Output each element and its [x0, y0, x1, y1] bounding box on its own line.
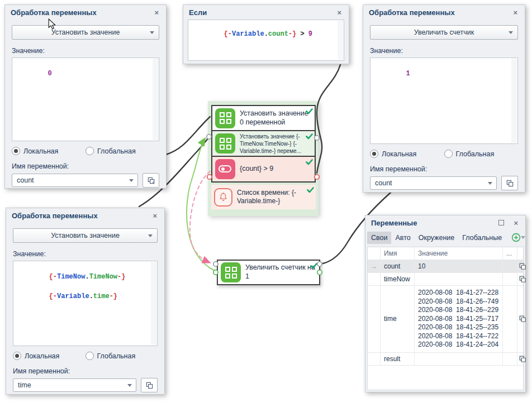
cell-more: [503, 286, 517, 352]
scrollbar-track[interactable]: [153, 59, 158, 140]
cell-name: count: [381, 260, 415, 272]
radio-button-icon: [370, 150, 378, 158]
panel-variables: Переменные × Свои Авто Окружение Глобаль…: [365, 215, 526, 392]
scope-radio-group: Локальная Глобальная: [370, 150, 518, 158]
scope-radio-group: Локальная Глобальная: [12, 147, 159, 155]
block-label: Установить значение {-TimeNow.TimeNow-} …: [240, 133, 312, 155]
tab-auto[interactable]: Авто: [391, 232, 414, 244]
panel-title: Обработка переменных: [11, 8, 97, 17]
radio-button-icon: [12, 147, 20, 155]
copy-button[interactable]: [141, 378, 158, 392]
close-icon[interactable]: ×: [511, 8, 519, 17]
code-token: -}: [110, 292, 117, 300]
value-editor[interactable]: 0: [12, 57, 159, 141]
code-token: .: [264, 30, 268, 38]
close-icon[interactable]: ×: [335, 8, 343, 17]
value-label: Значение:: [370, 47, 518, 55]
workflow-block-increment[interactable]: Увеличить счетчик на 1: [217, 260, 320, 285]
radio-label: Глобальная: [97, 147, 136, 155]
tab-environment[interactable]: Окружение: [415, 232, 459, 244]
cell-name: result: [381, 353, 415, 365]
copy-value-button[interactable]: [517, 286, 528, 352]
block-label: Увеличить счетчик на 1: [245, 263, 316, 281]
table-row-time[interactable]: time 2020-08-08 18-41-27--228 2020-08-08…: [368, 286, 523, 353]
action-dropdown[interactable]: Установить значение: [13, 228, 158, 243]
eye-toggle-icon: [215, 159, 235, 179]
table-header-row: Имя Значение ...: [368, 247, 523, 260]
cell-value: 10: [415, 260, 503, 272]
code-token: Variable: [232, 30, 264, 38]
value-label: Значение:: [12, 47, 159, 55]
workflow-block-alert[interactable]: Список времени: {-Variable.time-}: [211, 185, 316, 209]
table-row-count[interactable]: → count 10: [368, 260, 523, 273]
close-icon[interactable]: ×: [512, 218, 520, 228]
link-condition-false-branch: [190, 171, 210, 262]
workflow-group: Установить значение 0 переменной Установ…: [208, 101, 319, 216]
block-label: Список времени: {-Variable.time-}: [237, 189, 313, 205]
variable-name-combobox[interactable]: count: [370, 176, 497, 190]
radio-label: Глобальная: [97, 352, 136, 360]
table-row-result[interactable]: result: [368, 353, 523, 366]
value-label: Значение:: [13, 250, 158, 258]
timestamp-line: 2020-08-08 18-41-25--717: [418, 315, 499, 324]
header-copy-cell: [517, 247, 523, 260]
tab-own[interactable]: Свои: [367, 232, 391, 244]
tab-global[interactable]: Глобальные: [458, 232, 506, 244]
variable-name-row: time: [13, 378, 158, 392]
radio-global[interactable]: Глобальная: [86, 147, 159, 155]
close-icon[interactable]: ×: [151, 211, 159, 220]
action-dropdown[interactable]: Увеличить счетчик: [370, 25, 518, 40]
close-icon[interactable]: ×: [153, 8, 160, 17]
variable-name-combobox[interactable]: count: [12, 174, 138, 187]
value-editor[interactable]: 1: [370, 57, 518, 144]
checkmark-icon: [310, 261, 317, 271]
block-label: Установить значение 0 переменной: [240, 109, 312, 127]
timestamp-line: 2020-08-08 18-41-27--228: [418, 289, 499, 298]
copy-pages-icon: [519, 315, 526, 323]
code-token: -}: [288, 30, 296, 38]
scrollbar-track[interactable]: [151, 262, 156, 345]
radio-local[interactable]: Локальная: [12, 147, 86, 155]
chevron-down-icon[interactable]: [521, 236, 525, 239]
condition-code-editor[interactable]: {-Variable.count-} > 9: [188, 20, 344, 61]
radio-global[interactable]: Глобальная: [86, 352, 158, 360]
maximize-icon[interactable]: [498, 220, 504, 226]
scrollbar-track[interactable]: [511, 59, 517, 143]
value-text: 0: [48, 70, 52, 78]
variable-name-combobox[interactable]: time: [13, 378, 136, 392]
scrollbar-track[interactable]: [338, 21, 343, 60]
code-token: .: [89, 292, 93, 300]
radio-local[interactable]: Локальная: [370, 150, 444, 158]
workflow-block-set-time[interactable]: Установить значение {-TimeNow.TimeNow-} …: [211, 130, 316, 157]
bell-icon: [214, 188, 232, 207]
radio-global[interactable]: Глобальная: [444, 150, 519, 158]
variable-name-row: count: [370, 176, 518, 190]
copy-value-button[interactable]: [517, 273, 528, 285]
panel-title: Обработка переменных: [12, 212, 98, 220]
timestamp-line: 2020-08-08 18-41-25--235: [418, 323, 499, 332]
copy-button[interactable]: [142, 173, 159, 188]
panel-body: {-Variable.count-} > 9: [183, 20, 349, 65]
link-panel-to-set-zero: [166, 117, 210, 155]
code-token: >: [296, 30, 308, 38]
copy-pages-icon: [147, 176, 155, 185]
workflow-block-set-zero[interactable]: Установить значение 0 переменной: [211, 105, 316, 131]
radio-local[interactable]: Локальная: [13, 352, 86, 360]
app-canvas: { "panel_top_left": { "title": "Обработк…: [0, 0, 532, 403]
panel-variable-processing-top-right: Обработка переменных × Увеличить счетчик…: [363, 4, 525, 193]
value-editor[interactable]: {-TimeNow.TimeNow-} {-Variable.time-}: [13, 261, 158, 346]
copy-button[interactable]: [501, 176, 518, 190]
copy-pages-icon: [519, 262, 526, 270]
action-dropdown-value: Установить значение: [51, 232, 120, 239]
timestamp-line: 2020-08-08 18-41-26--229: [418, 306, 499, 315]
add-variable-button[interactable]: [511, 233, 521, 242]
copy-value-button[interactable]: [517, 353, 528, 365]
workflow-block-condition[interactable]: {count} > 9: [211, 156, 316, 183]
table-row-timenow[interactable]: timeNow: [368, 273, 523, 286]
grid-squares-icon: [221, 262, 241, 282]
panel-body: Установить значение Значение: {-TimeNow.…: [6, 228, 164, 399]
variables-tab-bar: Свои Авто Окружение Глобальные: [365, 230, 525, 245]
code-token: .: [85, 273, 89, 281]
action-dropdown[interactable]: Установить значение: [12, 25, 159, 40]
copy-value-button[interactable]: [517, 260, 528, 272]
